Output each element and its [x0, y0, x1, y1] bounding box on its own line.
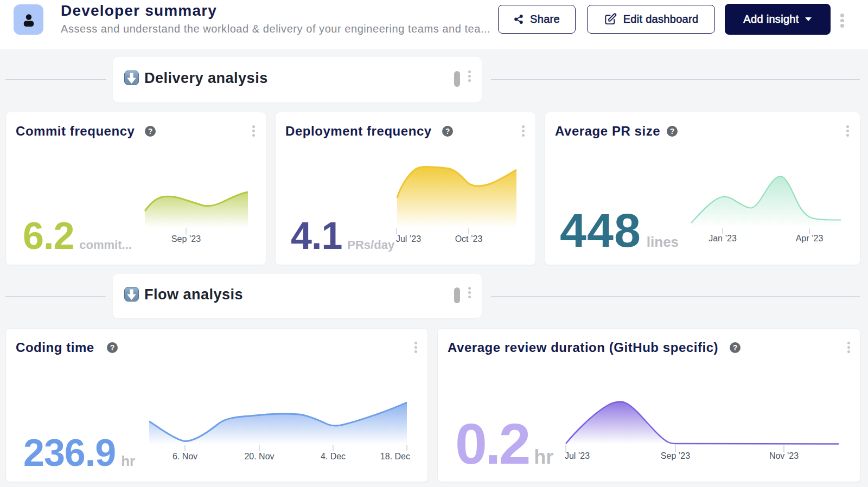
svg-text:Sep ’23: Sep ’23	[661, 451, 690, 460]
svg-text:20. Nov: 20. Nov	[244, 452, 274, 461]
svg-text:4. Dec: 4. Dec	[321, 452, 346, 461]
svg-text:6. Nov: 6. Nov	[173, 452, 197, 461]
svg-text:18. Dec: 18. Dec	[380, 452, 410, 461]
svg-text:Oct ’23: Oct ’23	[455, 234, 483, 244]
svg-text:Nov ’23: Nov ’23	[769, 451, 799, 460]
svg-text:Jul ’23: Jul ’23	[565, 451, 590, 460]
svg-text:Jul ’23: Jul ’23	[396, 234, 421, 244]
svg-text:Apr ’23: Apr ’23	[796, 234, 824, 243]
svg-text:Jan ’23: Jan ’23	[709, 234, 737, 243]
svg-text:Sep ’23: Sep ’23	[171, 234, 201, 244]
